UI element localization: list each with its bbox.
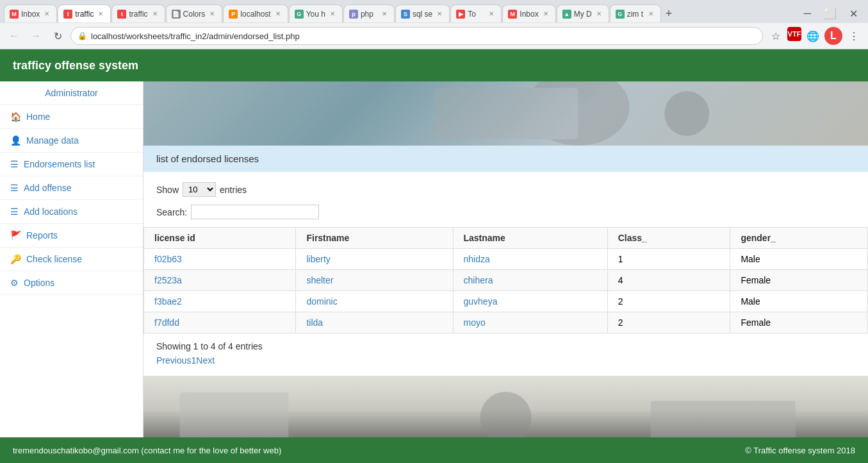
table-wrapper: license id Firstname Lastname Class_ gen… — [143, 227, 868, 333]
tab-zim[interactable]: G zim t ✕ — [610, 4, 661, 22]
tab-favicon: G — [616, 10, 625, 19]
col-gender[interactable]: gender_ — [730, 228, 868, 249]
sidebar-item-endorsements-list[interactable]: ☰ Endorsements list — [0, 153, 143, 176]
tab-close[interactable]: ✕ — [594, 10, 603, 19]
cell-lastname[interactable]: nhidza — [453, 249, 607, 270]
tab-gmail2[interactable]: M Inbox ✕ — [502, 4, 555, 22]
cell-lastname[interactable]: moyo — [453, 312, 607, 333]
tab-youtube[interactable]: ▶ To ✕ — [450, 4, 502, 22]
tab-sql[interactable]: S sql se ✕ — [395, 4, 450, 22]
data-table: license id Firstname Lastname Class_ gen… — [143, 227, 868, 333]
cell-license-id[interactable]: f2523a — [144, 270, 296, 291]
reports-icon: 🚩 — [10, 230, 21, 240]
tab-gmail1[interactable]: M Inbox ✕ — [4, 4, 57, 22]
tab-label: zim t — [627, 10, 643, 19]
close-button[interactable]: ✕ — [846, 6, 862, 21]
tab-php[interactable]: p php ✕ — [343, 4, 395, 22]
minimize-button[interactable]: ─ — [800, 6, 815, 21]
cell-license-id[interactable]: f02b63 — [144, 249, 296, 270]
col-firstname[interactable]: Firstname — [296, 228, 453, 249]
pagination-info: Showing 1 to 4 of 4 entries — [143, 333, 868, 354]
pagination-next[interactable]: Next — [196, 355, 215, 366]
tab-pma[interactable]: P localhost ✕ — [223, 4, 288, 22]
sidebar-item-add-offense[interactable]: ☰ Add offense — [0, 176, 143, 200]
tab-favicon: ▲ — [562, 10, 571, 19]
col-class[interactable]: Class_ — [607, 228, 730, 249]
tab-close[interactable]: ✕ — [646, 10, 655, 19]
window-controls: ─ ⬜ ✕ — [800, 6, 864, 21]
tab-label: sql se — [413, 10, 432, 19]
cell-lastname[interactable]: chihera — [453, 270, 607, 291]
tab-close[interactable]: ✕ — [328, 10, 337, 19]
cell-firstname[interactable]: shelter — [296, 270, 453, 291]
tab-close[interactable]: ✕ — [380, 10, 389, 19]
tab-colors[interactable]: 📄 Colors ✕ — [166, 4, 223, 22]
tab-favicon: P — [229, 10, 238, 19]
sidebar-item-check-license[interactable]: 🔑 Check license — [0, 248, 143, 271]
pagination-previous[interactable]: Previous — [156, 355, 191, 366]
cell-firstname[interactable]: tilda — [296, 312, 453, 333]
pagination-page1[interactable]: 1 — [191, 355, 196, 366]
tab-close[interactable]: ✕ — [42, 10, 51, 19]
tab-close[interactable]: ✕ — [96, 10, 105, 19]
search-input[interactable] — [191, 205, 319, 219]
search-label: Search: — [156, 207, 187, 217]
tab-close[interactable]: ✕ — [208, 10, 217, 19]
tab-trafficy1[interactable]: t traffic ✕ — [58, 4, 111, 22]
tab-close[interactable]: ✕ — [274, 10, 283, 19]
tab-close[interactable]: ✕ — [541, 10, 550, 19]
cell-gender: Male — [730, 249, 868, 270]
col-lastname[interactable]: Lastname — [453, 228, 607, 249]
tab-favicon: t — [63, 10, 72, 19]
tab-trafficy2[interactable]: t traffic ✕ — [111, 4, 165, 22]
tab-close[interactable]: ✕ — [487, 10, 496, 19]
sidebar: Administrator 🏠 Home 👤 Manage data ☰ End… — [0, 81, 143, 437]
showing-text: Showing 1 to 4 of 4 entries — [156, 341, 263, 351]
tab-bar: M Inbox ✕ t traffic ✕ t traffic ✕ 📄 Colo… — [0, 0, 868, 23]
options-icon: ⚙ — [10, 278, 19, 288]
bookmark-icon[interactable]: ☆ — [767, 27, 785, 45]
tab-close[interactable]: ✕ — [151, 10, 160, 19]
cell-license-id[interactable]: f7dfdd — [144, 312, 296, 333]
tab-drive[interactable]: ▲ My D ✕ — [557, 4, 609, 22]
table-row: f7dfdd tilda moyo 2 Female — [144, 312, 868, 333]
entries-label: entries — [220, 185, 247, 195]
footer-right: © Traffic offense system 2018 — [745, 446, 855, 455]
sidebar-item-options[interactable]: ⚙ Options — [0, 271, 143, 295]
extension-icon1[interactable]: VTF — [787, 27, 801, 41]
home-icon: 🏠 — [10, 112, 21, 122]
cell-lastname[interactable]: guvheya — [453, 291, 607, 312]
svg-point-2 — [664, 91, 709, 136]
extension-icon2[interactable]: 🌐 — [804, 27, 822, 45]
back-button[interactable]: ← — [5, 27, 23, 45]
tab-close[interactable]: ✕ — [435, 10, 444, 19]
bottom-image — [143, 376, 868, 437]
tab-label: localhost — [240, 10, 270, 19]
sidebar-item-reports[interactable]: 🚩 Reports — [0, 224, 143, 248]
sidebar-item-home[interactable]: 🏠 Home — [0, 105, 143, 129]
new-tab-button[interactable]: + — [662, 7, 676, 21]
svg-rect-5 — [651, 401, 796, 437]
license-icon: 🔑 — [10, 254, 21, 264]
maximize-button[interactable]: ⬜ — [820, 6, 840, 21]
browser-chrome: M Inbox ✕ t traffic ✕ t traffic ✕ 📄 Colo… — [0, 0, 868, 49]
sidebar-item-add-locations[interactable]: ☰ Add locations — [0, 200, 143, 224]
table-body: f02b63 liberty nhidza 1 Male f2523a shel… — [144, 249, 868, 333]
col-license-id[interactable]: license id — [144, 228, 296, 249]
tab-favicon: ▶ — [456, 10, 465, 19]
entries-select[interactable]: 10 25 50 100 — [183, 182, 216, 197]
address-box[interactable]: 🔒 localhost/worksheets/traffic_in2/admin… — [70, 27, 763, 45]
tab-label: Inbox — [21, 10, 40, 19]
reload-button[interactable]: ↻ — [49, 27, 67, 45]
tab-favicon: t — [117, 10, 126, 19]
cell-license-id[interactable]: f3bae2 — [144, 291, 296, 312]
tab-you[interactable]: G You h ✕ — [289, 4, 343, 22]
cell-class: 2 — [607, 312, 730, 333]
tab-label: To — [468, 10, 476, 19]
forward-button[interactable]: → — [27, 27, 45, 45]
cell-firstname[interactable]: dominic — [296, 291, 453, 312]
sidebar-item-manage-data[interactable]: 👤 Manage data — [0, 129, 143, 153]
menu-button[interactable]: ⋮ — [845, 27, 863, 45]
cell-firstname[interactable]: liberty — [296, 249, 453, 270]
user-icon[interactable]: L — [824, 27, 842, 45]
